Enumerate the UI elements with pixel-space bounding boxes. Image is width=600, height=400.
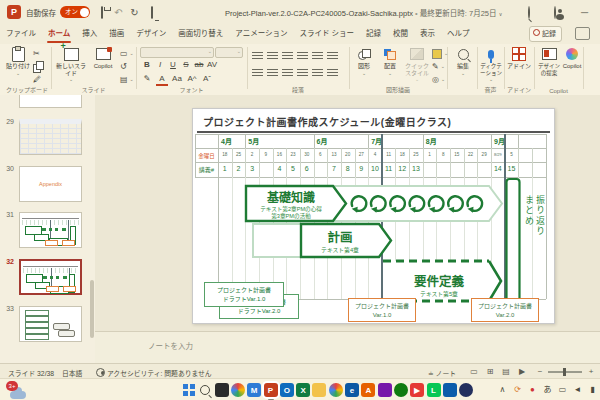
designer-button[interactable]: デザインの提案 xyxy=(537,46,561,76)
zoom-out-button[interactable]: − xyxy=(534,366,546,377)
undo-icon[interactable]: ↶ xyxy=(112,6,125,19)
bullets-icon[interactable] xyxy=(252,50,263,59)
font-button2-3[interactable]: A^ xyxy=(186,73,198,84)
document-title[interactable]: Project-Plan-ver.2.0-C2A-PC240005-Ozaki-… xyxy=(225,7,502,18)
dictation-button[interactable]: ディクテーション xyxy=(479,46,503,83)
ribbon-tab-アニメーション[interactable]: アニメーション xyxy=(229,24,293,44)
reset-icon[interactable]: ↺ xyxy=(120,61,134,72)
save-icon[interactable] xyxy=(95,6,108,19)
format-painter-icon[interactable]: 🖉 xyxy=(33,74,43,85)
slide-thumbnail-32[interactable] xyxy=(19,259,82,295)
slideshow-icon[interactable]: ▶ xyxy=(516,366,528,377)
paste-button[interactable]: 貼り付け xyxy=(5,46,31,76)
accessibility-status[interactable]: アクセシビリティ: 問題ありません xyxy=(96,368,212,378)
widgets-weather-icon[interactable]: 3+ xyxy=(6,382,32,399)
tray-expand[interactable]: ∧ xyxy=(496,384,509,396)
align-center-icon[interactable] xyxy=(252,67,263,76)
deliverable-var2[interactable]: プロジェクト計画書Var.2.0 xyxy=(471,298,539,322)
font-button2-4[interactable]: Aˇ xyxy=(201,73,213,84)
taskbar-line[interactable]: L xyxy=(427,383,441,397)
align-right-icon[interactable] xyxy=(267,67,278,76)
slide-editor[interactable]: プロジェクト計画書作成スケジュール(金曜日クラス) 4月5月6月7月8月9月18… xyxy=(192,108,555,324)
text-direction-icon[interactable] xyxy=(312,67,323,76)
section-icon[interactable]: ▤ xyxy=(120,74,134,85)
font-button2-0[interactable]: ✎ xyxy=(141,73,153,84)
font-button-I[interactable]: I xyxy=(154,59,166,70)
tray-alert[interactable]: ● xyxy=(526,384,539,396)
font-button-B[interactable]: B xyxy=(141,59,153,70)
cut-icon[interactable]: ✂ xyxy=(33,48,43,59)
ribbon-tab-ファイル[interactable]: ファイル xyxy=(0,24,42,44)
taskbar-windows[interactable] xyxy=(182,383,196,397)
ribbon-tab-画面切り替え[interactable]: 画面切り替え xyxy=(172,24,229,44)
slide-thumbnail-partial[interactable] xyxy=(19,95,82,108)
new-slide-button[interactable]: 新しいスライド xyxy=(55,46,87,83)
ribbon-tab-スライド ショー[interactable]: スライド ショー xyxy=(293,24,360,44)
ribbon-tab-デザイン[interactable]: デザイン xyxy=(130,24,172,44)
taskbar-youtube[interactable]: ▶ xyxy=(410,383,424,397)
taskbar-app-purple[interactable] xyxy=(378,383,392,397)
slide-thumbnail-33[interactable] xyxy=(19,306,82,342)
copy-icon[interactable] xyxy=(33,61,43,72)
taskbar-powerpoint[interactable]: P xyxy=(264,383,278,397)
taskbar-app-orange[interactable]: A xyxy=(361,383,375,397)
line-spacing-icon[interactable] xyxy=(312,50,323,59)
present-icon[interactable] xyxy=(145,6,158,19)
layout-icon[interactable]: ▭ xyxy=(120,48,134,59)
ribbon-tab-表示[interactable]: 表示 xyxy=(414,24,441,44)
tray-sync[interactable]: ⟳ xyxy=(511,384,524,396)
indent-decrease-icon[interactable] xyxy=(282,50,293,59)
ime-mode[interactable]: あ xyxy=(541,384,554,396)
slide-title[interactable]: プロジェクト計画書作成スケジュール(金曜日クラス) xyxy=(203,114,451,129)
ribbon-tab-ホーム[interactable]: ホーム xyxy=(42,24,76,44)
shape-fill-icon[interactable] xyxy=(432,48,448,59)
ribbon-tab-描画[interactable]: 描画 xyxy=(103,24,130,44)
reading-view-icon[interactable]: ▤ xyxy=(500,366,512,377)
font-button2-2[interactable]: Aa xyxy=(171,73,183,84)
notes-toggle-button[interactable]: ≐ ノート xyxy=(428,368,456,378)
editing-button[interactable]: 編集 xyxy=(451,46,475,76)
quick-styles-button[interactable]: クイック スタイル xyxy=(404,46,430,83)
numbering-icon[interactable] xyxy=(267,50,278,59)
taskbar-xbox[interactable] xyxy=(394,383,408,397)
font-button-AV[interactable]: AV xyxy=(206,59,218,70)
taskbar-edge[interactable]: e xyxy=(345,383,359,397)
redo-icon[interactable]: ↻ xyxy=(128,6,141,19)
shapes-button[interactable]: 図形 xyxy=(352,46,376,76)
zoom-slider-knob[interactable] xyxy=(563,368,566,376)
deliverable-var1[interactable]: プロジェクト計画書Var.1.0 xyxy=(348,298,416,322)
slide-thumbnail-31[interactable] xyxy=(19,212,82,248)
font-button-U[interactable]: U xyxy=(167,59,179,70)
language-indicator[interactable]: 日本語 xyxy=(62,368,82,378)
shape-outline-icon[interactable]: ✎ xyxy=(432,61,448,72)
tray-display[interactable]: ▭ xyxy=(556,384,569,396)
font-button-S[interactable]: S xyxy=(180,59,192,70)
autosave-toggle[interactable]: オン xyxy=(60,6,90,18)
account-icon[interactable] xyxy=(548,6,561,19)
font-size-select[interactable] xyxy=(215,47,243,58)
arrange-button[interactable]: 配置 xyxy=(378,46,402,76)
ribbon-tab-校閲[interactable]: 校閲 xyxy=(387,24,414,44)
taskbar-chrome[interactable] xyxy=(329,383,343,397)
align-left-icon[interactable] xyxy=(327,50,338,59)
taskbar-app-navy[interactable] xyxy=(459,383,473,397)
taskbar-excel[interactable]: X xyxy=(296,383,310,397)
columns-icon[interactable] xyxy=(297,67,308,76)
justify-icon[interactable] xyxy=(282,67,293,76)
zoom-in-button[interactable]: + xyxy=(585,366,597,377)
notes-pane[interactable]: ノートを入力 xyxy=(95,331,600,364)
indent-increase-icon[interactable] xyxy=(297,50,308,59)
ribbon-tab-ヘルプ[interactable]: ヘルプ xyxy=(441,24,476,44)
ribbon-tab-記録[interactable]: 記録 xyxy=(360,24,387,44)
taskbar-app-dark[interactable] xyxy=(215,383,229,397)
normal-view-icon[interactable]: ▭ xyxy=(468,366,480,377)
slide-sorter-icon[interactable]: ⊞ xyxy=(484,366,496,377)
minimize-button[interactable]: ─ xyxy=(578,6,591,19)
shrink-icon[interactable] xyxy=(327,67,338,76)
slide-thumbnail-29[interactable] xyxy=(19,119,82,155)
font-name-select[interactable] xyxy=(140,47,214,58)
taskbar-browser-colorful[interactable] xyxy=(231,383,245,397)
deliverable-draft1[interactable]: プロジェクト計画書ドラフトVar.1.0 xyxy=(204,282,284,307)
taskbar-search[interactable] xyxy=(198,383,212,397)
font-button-ab[interactable]: ab xyxy=(193,59,205,70)
